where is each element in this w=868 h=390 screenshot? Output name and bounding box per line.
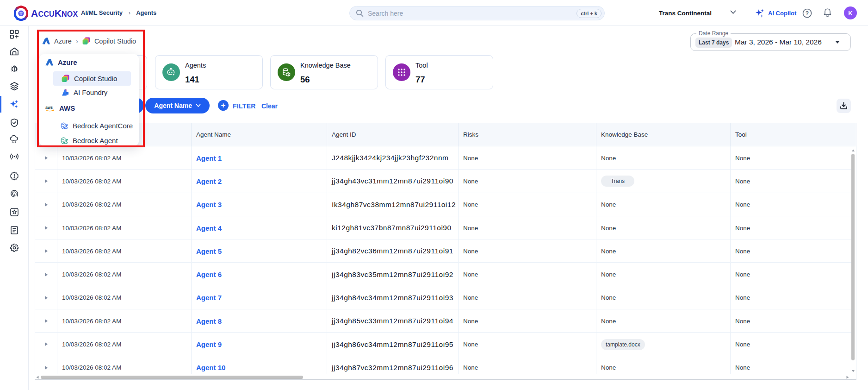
svg-text:?: ? (806, 10, 809, 17)
